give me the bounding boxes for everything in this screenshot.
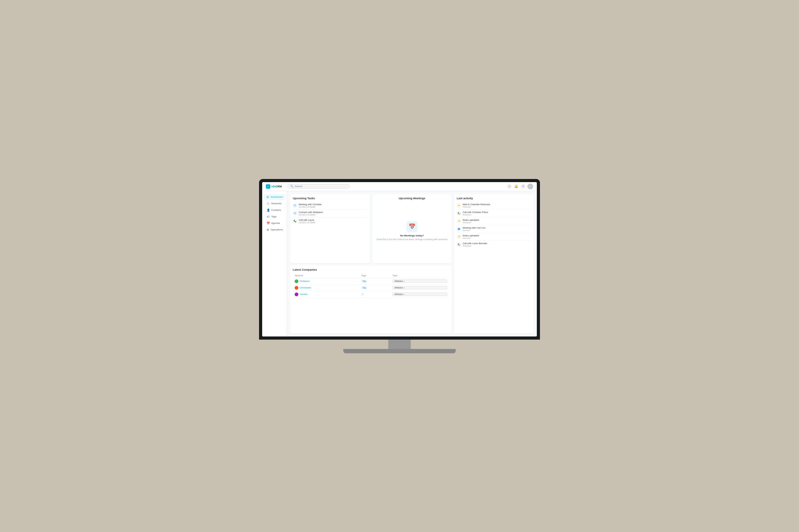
meetings-title: Upcoming Meetings xyxy=(399,197,425,200)
company-type[interactable]: Affiliation ▾ xyxy=(391,291,449,298)
task-info: Meeting with Christian 21/10/22 10:30AM xyxy=(299,203,367,208)
activity-mail-icon: ✉ xyxy=(457,203,461,208)
table-row: Mobipium Tag xyxy=(293,278,449,284)
task-info: Call with Laura 21/10/22 10:30AM xyxy=(299,218,367,224)
task-mail-icon: ✉ xyxy=(293,203,297,208)
monitor-stand-neck xyxy=(388,340,411,349)
logo-icon: ✓ xyxy=(266,184,270,189)
search-input[interactable] xyxy=(295,185,347,188)
company-type[interactable]: Affiliation ▾ xyxy=(391,278,449,284)
notifications-button[interactable]: 🔔 xyxy=(514,184,519,189)
operations-icon: ⚙ xyxy=(267,228,269,231)
add-button[interactable]: + xyxy=(507,184,512,189)
monitor-stand-base xyxy=(343,349,456,353)
meeting-empty-text: Great! But if you don't want to be alone… xyxy=(376,238,448,241)
sidebar: ⊞ Dashboard ⬡ Networks 👤 Contacts xyxy=(262,191,287,337)
sidebar-item-tags[interactable]: 🏷 Tags xyxy=(264,214,286,220)
sidebar-item-operations[interactable]: ⚙ Operations xyxy=(264,227,286,233)
activity-card: Last activity ✉ Mail to Charlotte Mckenz… xyxy=(454,194,534,334)
activity-notes2-icon: 📝 xyxy=(457,234,461,239)
company-network: Clickdealer xyxy=(293,284,360,291)
activity-item: ✉ Mail to Charlotte Mckenzie Netsmart xyxy=(457,202,531,210)
task-info: Connect with Mobipium 21/10/22 10:30AM xyxy=(299,211,367,216)
logo-area: ✓ idbCRM xyxy=(266,184,282,189)
activity-call2-icon: 📞 xyxy=(457,242,461,247)
meeting-empty-title: No Meetings today? xyxy=(400,234,424,237)
sidebar-item-agenda[interactable]: 📅 Agenda xyxy=(264,220,286,226)
tasks-card: Upcoming Tasks ✉ Meeting with Christian … xyxy=(290,194,370,263)
company-type[interactable]: Affiliation ▾ xyxy=(391,284,449,291)
company-tag: Tag xyxy=(360,278,391,284)
task-item: ✉ Connect with Mobipium 21/10/22 10:30AM xyxy=(293,210,367,217)
activity-item: 📞 Call with Christian Pérez Mobipium xyxy=(457,210,531,217)
chevron-down-icon: ▾ xyxy=(404,293,405,295)
sidebar-item-contacts[interactable]: 👤 Contacts xyxy=(264,207,286,213)
networks-icon: ⬡ xyxy=(267,202,270,205)
avatar[interactable] xyxy=(527,184,533,189)
company-logo xyxy=(295,292,298,296)
task-item: ✉ Meeting with Christian 21/10/22 10:30A… xyxy=(293,202,367,210)
meetings-card: Upcoming Meetings No Meetings today? Gre… xyxy=(373,194,452,263)
affiliation-dropdown[interactable]: Affiliation ▾ xyxy=(392,292,447,296)
search-bar[interactable]: 🔍 xyxy=(288,184,350,189)
agenda-icon: 📅 xyxy=(267,222,270,225)
company-network: YanAds xyxy=(293,291,360,298)
col-network: Network xyxy=(293,273,360,278)
table-row: YanAds xyxy=(293,291,449,298)
chevron-down-icon: ▾ xyxy=(404,287,405,289)
table-header: Network Tags Type xyxy=(293,273,449,278)
task-item: 📞 Call with Laura 21/10/22 10:30AM xyxy=(293,217,367,225)
help-button[interactable]: ? xyxy=(521,184,526,189)
tasks-title: Upcoming Tasks xyxy=(293,197,367,200)
table-row: Clickdealer Tag xyxy=(293,284,449,291)
meeting-empty: No Meetings today? Great! But if you don… xyxy=(376,202,448,261)
chevron-down-icon: ▾ xyxy=(404,280,405,282)
main-layout: ⊞ Dashboard ⬡ Networks 👤 Contacts xyxy=(262,191,537,337)
col-tags: Tags xyxy=(360,273,391,278)
calendar-icon xyxy=(406,221,418,232)
sidebar-item-dashboard[interactable]: ⊞ Dashboard xyxy=(264,194,286,200)
affiliation-dropdown[interactable]: Affiliation ▾ xyxy=(392,280,447,283)
activity-item: 📝 Notes uploaded Mobipium xyxy=(457,217,531,225)
company-logo xyxy=(295,286,298,290)
logo-text: idbCRM xyxy=(271,185,282,188)
sidebar-item-networks[interactable]: ⬡ Networks xyxy=(264,201,286,207)
search-icon: 🔍 xyxy=(290,185,293,188)
dashboard-icon: ⊞ xyxy=(267,195,269,198)
activity-item: 👥 Meeting with Carl Cox Mobstar xyxy=(457,225,531,233)
activity-notes-icon: 📝 xyxy=(457,219,461,223)
company-tag xyxy=(360,291,391,298)
topbar-actions: + 🔔 ? xyxy=(507,184,533,189)
task-connect-icon: ✉ xyxy=(293,211,297,215)
activity-meeting-icon: 👥 xyxy=(457,227,461,231)
companies-table: Network Tags Type xyxy=(293,273,449,298)
topbar: ✓ idbCRM 🔍 + 🔔 ? xyxy=(262,182,537,191)
company-tag: Tag xyxy=(360,284,391,291)
activity-title: Last activity xyxy=(457,197,531,200)
activity-call-icon: 📞 xyxy=(457,211,461,215)
activity-item: 📝 Notes uploaded Netsmart xyxy=(457,233,531,241)
col-type: Type xyxy=(391,273,449,278)
tags-icon: 🏷 xyxy=(267,215,270,218)
contacts-icon: 👤 xyxy=(267,209,270,212)
task-call-icon: 📞 xyxy=(293,219,297,223)
company-network: Mobipium xyxy=(293,278,360,284)
company-logo xyxy=(295,280,298,283)
companies-card: Latest Companies Network Tags Type xyxy=(290,266,452,334)
content-area: Upcoming Tasks ✉ Meeting with Christian … xyxy=(287,191,537,337)
activity-item: 📞 Call with Loren Bismark Mobipium xyxy=(457,241,531,248)
companies-title: Latest Companies xyxy=(293,268,449,271)
affiliation-dropdown[interactable]: Affiliation ▾ xyxy=(392,286,447,289)
